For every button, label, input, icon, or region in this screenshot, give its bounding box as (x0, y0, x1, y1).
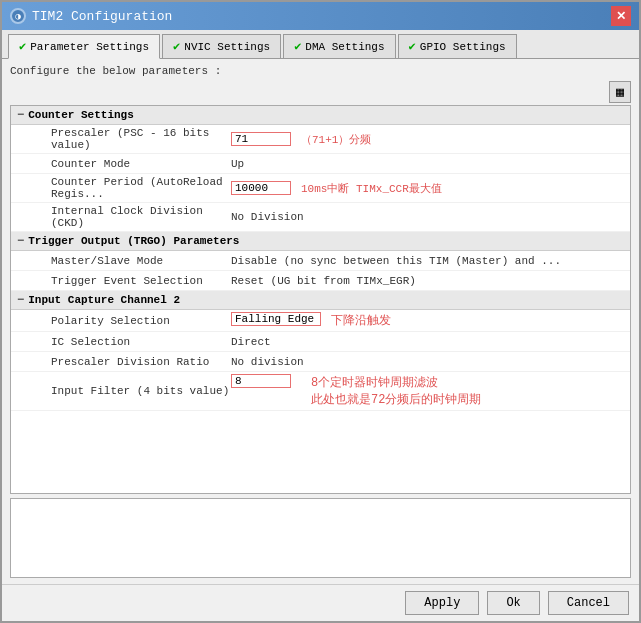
annotation-counter-period: 10ms中断 TIMx_CCR最大值 (301, 181, 442, 196)
collapse-trigger-icon[interactable]: − (17, 234, 24, 248)
grid-view-icon[interactable]: ▦ (609, 81, 631, 103)
annotation-polarity: 下降沿触发 (331, 312, 391, 329)
row-master-slave: Master/Slave Mode Disable (no sync betwe… (11, 251, 630, 271)
row-prescaler: Prescaler (PSC - 16 bits value) （71+1）分频 (11, 125, 630, 154)
empty-section (10, 498, 631, 578)
main-window: ◑ TIM2 Configuration ✕ ✔ Parameter Setti… (0, 0, 641, 623)
tab-gpio-settings[interactable]: ✔ GPIO Settings (398, 34, 517, 58)
annotation-prescaler: （71+1）分频 (301, 132, 371, 147)
input-counter-period[interactable] (231, 181, 291, 195)
section-trigger-label: Trigger Output (TRGO) Parameters (28, 235, 239, 247)
apply-button[interactable]: Apply (405, 591, 479, 615)
tab-label-dma: DMA Settings (305, 41, 384, 53)
annotation-filter-line1: 8个定时器时钟周期滤波 (311, 374, 481, 391)
tab-nvic-settings[interactable]: ✔ NVIC Settings (162, 34, 281, 58)
tab-label-parameter: Parameter Settings (30, 41, 149, 53)
tabs-bar: ✔ Parameter Settings ✔ NVIC Settings ✔ D… (2, 30, 639, 59)
annotation-filter-line2: 此处也就是72分频后的时钟周期 (311, 391, 481, 408)
row-counter-mode: Counter Mode Up (11, 154, 630, 174)
section-counter-header: − Counter Settings (11, 106, 630, 125)
title-bar: ◑ TIM2 Configuration ✕ (2, 2, 639, 30)
params-area: − Counter Settings Prescaler (PSC - 16 b… (10, 105, 631, 494)
collapse-counter-icon[interactable]: − (17, 108, 24, 122)
window-title: TIM2 Configuration (32, 9, 172, 24)
configure-label: Configure the below parameters : (10, 65, 631, 77)
section-input-capture-label: Input Capture Channel 2 (28, 294, 180, 306)
footer: Apply Ok Cancel (2, 584, 639, 621)
value-prescaler-division: No division (231, 356, 630, 368)
tab-check-icon: ✔ (19, 39, 26, 54)
row-input-filter: Input Filter (4 bits value) 8个定时器时钟周期滤波 … (11, 372, 630, 411)
window-icon: ◑ (10, 8, 26, 24)
tab-label-nvic: NVIC Settings (184, 41, 270, 53)
label-master-slave: Master/Slave Mode (11, 255, 231, 267)
value-ic-selection: Direct (231, 336, 630, 348)
input-polarity[interactable] (231, 312, 321, 326)
label-trigger-event: Trigger Event Selection (11, 275, 231, 287)
cancel-button[interactable]: Cancel (548, 591, 629, 615)
label-clock-division: Internal Clock Division (CKD) (11, 205, 231, 229)
tab-check-icon: ✔ (173, 39, 180, 54)
value-trigger-event: Reset (UG bit from TIMx_EGR) (231, 275, 630, 287)
row-prescaler-division: Prescaler Division Ratio No division (11, 352, 630, 372)
input-filter[interactable] (231, 374, 291, 388)
tab-dma-settings[interactable]: ✔ DMA Settings (283, 34, 395, 58)
section-counter-label: Counter Settings (28, 109, 134, 121)
label-prescaler: Prescaler (PSC - 16 bits value) (11, 127, 231, 151)
label-counter-mode: Counter Mode (11, 158, 231, 170)
ok-button[interactable]: Ok (487, 591, 539, 615)
close-button[interactable]: ✕ (611, 6, 631, 26)
tab-check-icon: ✔ (294, 39, 301, 54)
tab-label-gpio: GPIO Settings (420, 41, 506, 53)
row-trigger-event: Trigger Event Selection Reset (UG bit fr… (11, 271, 630, 291)
label-ic-selection: IC Selection (11, 336, 231, 348)
value-counter-mode: Up (231, 158, 630, 170)
content-area: Configure the below parameters : ▦ − Cou… (2, 59, 639, 584)
row-polarity: Polarity Selection 下降沿触发 (11, 310, 630, 332)
section-input-capture-header: − Input Capture Channel 2 (11, 291, 630, 310)
row-ic-selection: IC Selection Direct (11, 332, 630, 352)
label-input-filter: Input Filter (4 bits value) (11, 385, 231, 397)
value-master-slave: Disable (no sync between this TIM (Maste… (231, 255, 630, 267)
row-clock-division: Internal Clock Division (CKD) No Divisio… (11, 203, 630, 232)
label-prescaler-division: Prescaler Division Ratio (11, 356, 231, 368)
collapse-input-capture-icon[interactable]: − (17, 293, 24, 307)
row-counter-period: Counter Period (AutoReload Regis... 10ms… (11, 174, 630, 203)
label-counter-period: Counter Period (AutoReload Regis... (11, 176, 231, 200)
tab-parameter-settings[interactable]: ✔ Parameter Settings (8, 34, 160, 59)
label-polarity: Polarity Selection (11, 315, 231, 327)
tab-check-icon: ✔ (409, 39, 416, 54)
section-trigger-header: − Trigger Output (TRGO) Parameters (11, 232, 630, 251)
input-prescaler[interactable] (231, 132, 291, 146)
value-clock-division: No Division (231, 211, 630, 223)
